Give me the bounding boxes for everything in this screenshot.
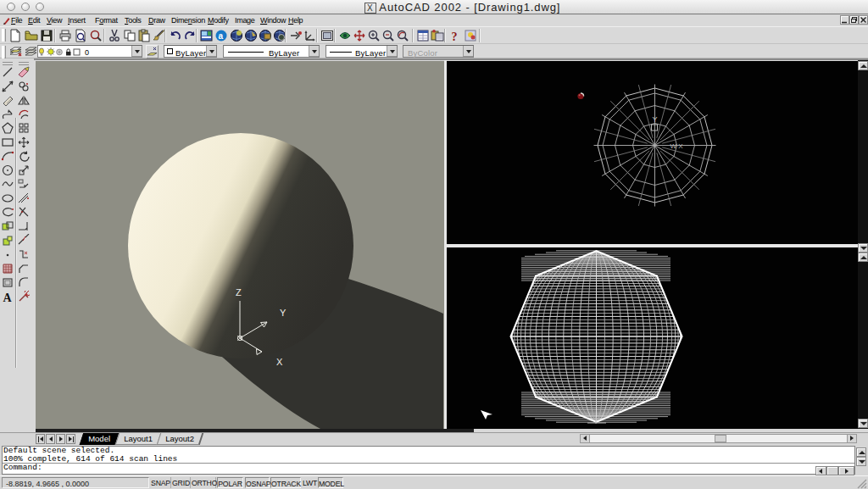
svg-text:X: X bbox=[276, 357, 283, 367]
svg-text:Y: Y bbox=[653, 115, 658, 124]
svg-text:0: 0 bbox=[85, 48, 89, 57]
svg-text:A: A bbox=[3, 292, 13, 304]
svg-text:W X: W X bbox=[670, 142, 684, 150]
svg-text:?: ? bbox=[452, 31, 458, 43]
svg-text:a: a bbox=[219, 31, 224, 41]
svg-text:Y: Y bbox=[280, 308, 287, 318]
svg-text:Z: Z bbox=[236, 287, 242, 297]
